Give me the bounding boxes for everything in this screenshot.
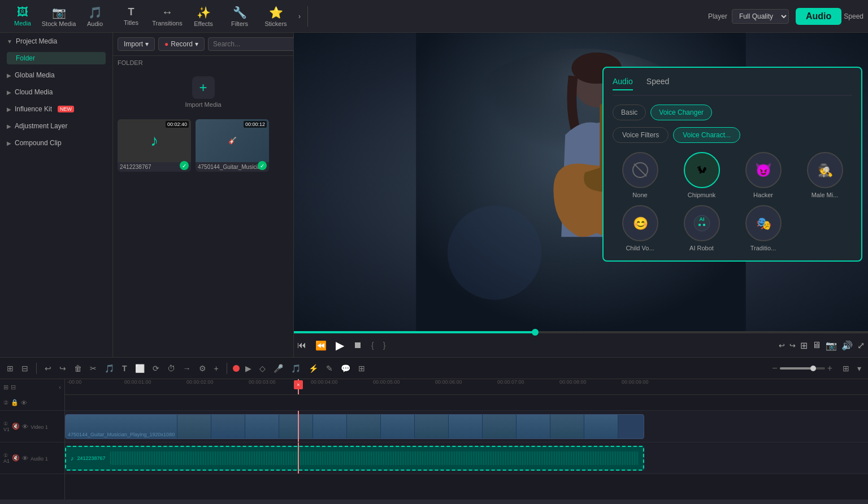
tl-merge-icon[interactable]: ⚙ [197,363,209,374]
audio-eye-icon[interactable]: 👁 [22,455,28,462]
redo-playback-icon[interactable]: ↪ [789,341,796,350]
audio-tab-active[interactable]: Audio [796,8,841,25]
fullscreen-icon[interactable]: ⊞ [800,340,808,351]
tl-rotate-icon[interactable]: ⟳ [150,363,162,374]
audio-track-row[interactable]: ♪ 2412238767 [65,442,868,474]
tl-settings-icon[interactable]: ▾ [855,363,863,374]
sub-tab-voice-changer[interactable]: Voice Changer [650,105,712,120]
voice-item-traditio[interactable]: 🎭 Traditio... [736,205,791,251]
toolbar-stickers[interactable]: ⭐ Stickers [258,1,294,32]
audio-mute-icon[interactable]: 🔇 [12,454,20,462]
snapshot-icon[interactable]: 📷 [826,340,837,351]
import-button[interactable]: Import ▾ [118,37,155,51]
skip-back-button[interactable]: ⏮ [297,340,306,350]
transitions-icon: ↔ [162,6,173,19]
arrow-icon-5: ▶ [7,123,11,129]
audio-duration: 00:02:40 [166,121,189,128]
add-track-icon[interactable]: ⊞ [3,384,8,391]
sidebar-item-influence-kit[interactable]: ▶ Influence Kit NEW [0,101,112,118]
tl-arrow-icon[interactable]: → [181,363,193,374]
tl-play-icon[interactable]: ▶ [243,363,254,374]
video-mute-icon[interactable]: 🔇 [12,423,20,430]
record-button[interactable]: ● Record ▾ [158,37,205,51]
toolbar-stock-media[interactable]: 📷 Stock Media [41,1,77,32]
toolbar-expand-btn[interactable]: › [294,8,305,25]
tl-undo-icon[interactable]: ↩ [42,363,54,374]
audio-clip[interactable]: ♪ 2412238767 [65,446,644,471]
volume-icon[interactable]: 🔊 [841,340,853,351]
tl-text-icon[interactable]: T [120,363,129,374]
sidebar-item-global-media[interactable]: ▶ Global Media [0,67,112,84]
bracket-out[interactable]: } [383,341,386,350]
sidebar-item-adjustment-layer[interactable]: ▶ Adjustment Layer [0,118,112,134]
tl-grid-2-icon[interactable]: ⊞ [356,363,367,374]
media-item-audio[interactable]: 00:02:40 ♪ ✓ 2412238767 [118,119,191,172]
play-button[interactable]: ▶ [336,338,344,352]
sidebar-item-compound-clip[interactable]: ▶ Compound Clip [0,134,112,151]
tab-speed[interactable]: Speed [646,77,669,90]
screen-icon[interactable]: 🖥 [812,340,821,350]
rewind-button[interactable]: ⏪ [315,340,327,351]
undo-playback-icon[interactable]: ↩ [779,341,785,350]
sub-tab-basic[interactable]: Basic [613,105,646,120]
tl-speed-icon[interactable]: ⏱ [165,363,177,374]
tl-split-icon[interactable]: ⚡ [306,363,320,374]
tab-audio[interactable]: Audio [613,77,633,90]
video-track-row[interactable]: 4750144_Guitar_Musician_Playing_1920x108… [65,411,868,442]
group-solo-icon[interactable]: 👁 [21,399,27,406]
tl-audio-extract-icon[interactable]: 🎵 [102,363,116,374]
sidebar-item-project-media[interactable]: ▼ Project Media [0,33,112,50]
group-lock-icon[interactable]: 🔒 [11,399,19,406]
toolbar-audio[interactable]: 🎵 Audio [77,1,113,32]
tl-mic-icon[interactable]: 🎤 [271,363,285,374]
tl-snap-icon[interactable]: ⊟ [19,363,31,374]
toolbar-filters[interactable]: 🔧 Filters [222,1,258,32]
timeline-scrollbar[interactable] [0,499,868,504]
voice-tab-filters[interactable]: Voice Filters [613,127,669,143]
tl-marker-icon[interactable]: ◇ [257,363,268,374]
ruler-playhead: × [298,379,299,394]
expand-icon[interactable]: ⤢ [857,340,865,351]
toolbar-transitions[interactable]: ↔ Transitions [149,1,185,32]
video-clip[interactable]: 4750144_Guitar_Musician_Playing_1920x108… [65,414,644,439]
collapse-track-icon[interactable]: ‹ [59,384,61,390]
search-input[interactable] [208,37,303,51]
tl-cut-icon[interactable]: ✂ [88,363,99,374]
bracket-in[interactable]: { [371,341,374,350]
voice-item-chipmunk[interactable]: 🐿 Chipmunk [674,152,729,198]
zoom-slider[interactable] [780,367,825,370]
voice-item-ai-robot[interactable]: AI AI Robot [674,205,729,251]
tl-redo-icon[interactable]: ↪ [57,363,68,374]
zoom-in-button[interactable]: + [827,363,832,373]
stop-button[interactable]: ⏹ [353,340,362,350]
tl-beat-icon[interactable]: 🎵 [289,363,303,374]
tl-delete-icon[interactable]: 🗑 [72,363,84,374]
video-eye-icon[interactable]: 👁 [22,423,28,430]
zoom-out-button[interactable]: − [772,363,777,373]
track-options-icon[interactable]: ⊟ [11,384,16,391]
tl-more-icon[interactable]: + [212,363,221,374]
progress-bar[interactable] [294,331,868,333]
voice-item-male-mi[interactable]: 🕵 Male Mi... [797,152,852,198]
voice-tab-characters[interactable]: Voice Charact... [673,127,740,143]
progress-knob[interactable] [532,329,539,336]
import-plus-button[interactable]: + [192,76,215,99]
quality-select[interactable]: Full Quality Half Quality [732,9,789,24]
toolbar-effects[interactable]: ✨ Effects [185,1,222,32]
toolbar-titles[interactable]: T Titles [113,1,149,32]
voice-item-hacker[interactable]: 😈 Hacker [736,152,791,198]
media-item-video[interactable]: 00:00:12 🎸 ✓ 4750144_Guitar_Musician_Pl.… [196,119,269,172]
tl-layout-icon[interactable]: ⊞ [840,363,852,374]
voice-item-child-vo[interactable]: 😊 Child Vo... [613,205,667,251]
tl-crop-icon[interactable]: ⬜ [133,363,147,374]
sidebar-item-cloud-media[interactable]: ▶ Cloud Media [0,84,112,101]
male-mi-voice-label: Male Mi... [811,192,839,198]
voice-item-none[interactable]: None [613,152,667,198]
sidebar-folder-item[interactable]: Folder [7,52,106,64]
tl-grid-icon[interactable]: ⊞ [5,363,16,374]
toolbar-media[interactable]: 🖼 Media [5,1,41,32]
tl-edit-icon[interactable]: ✎ [324,363,335,374]
voice-grid: None 🐿 Chipmunk 😈 Hacker 🕵 [613,152,852,251]
ai-robot-voice-icon: AI [684,205,720,241]
tl-subtitle-icon[interactable]: 💬 [338,363,353,374]
